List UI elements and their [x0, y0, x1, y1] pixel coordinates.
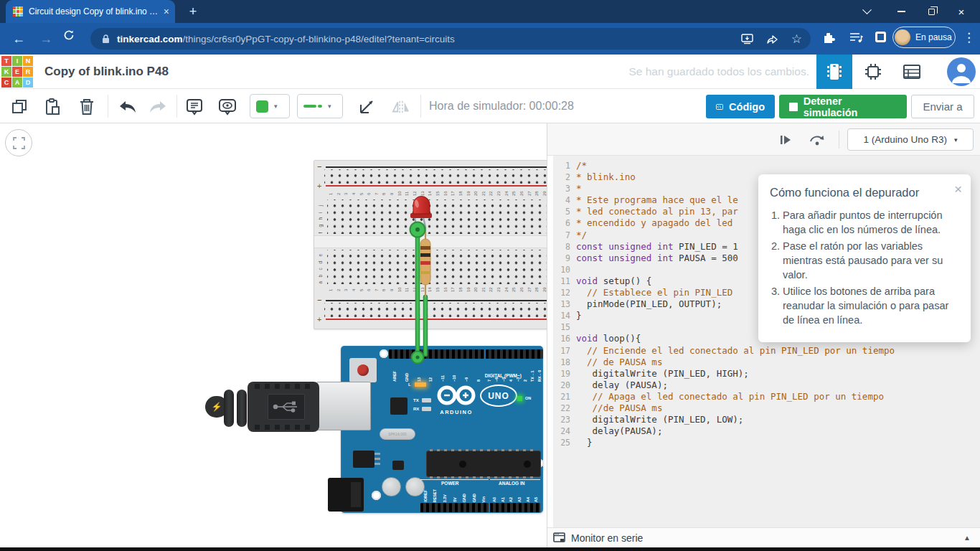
expand-serial-icon[interactable]: ▲ [963, 534, 971, 542]
wire-color-dropdown[interactable]: ▾ [297, 94, 343, 118]
board-selector-dropdown[interactable]: 1 (Arduino Uno R3) ▾ [847, 128, 974, 151]
send-button-label: Enviar a [923, 100, 962, 113]
address-bar[interactable]: tinkercad.com /things/cr6sr0yPpGT-copy-o… [90, 28, 811, 50]
line-number[interactable]: 17 [553, 345, 576, 357]
terminal-rows-bottom[interactable] [327, 250, 547, 284]
saved-status: Se han guardado todos los cambios. [628, 55, 809, 89]
back-button[interactable]: ← [9, 29, 29, 48]
document-title[interactable]: Copy of blink.ino P48 [44, 55, 169, 89]
copy-button[interactable] [10, 98, 29, 116]
terminal-rows-top[interactable] [327, 199, 547, 234]
column-number: 15 [434, 189, 442, 198]
user-avatar[interactable] [947, 57, 976, 86]
window-minimize-button[interactable] [887, 0, 915, 23]
component-color-dropdown[interactable]: ▾ [250, 94, 290, 118]
mirror-button[interactable] [392, 98, 410, 116]
rail-minus-label: − [317, 296, 321, 304]
line-number[interactable]: 6 [553, 217, 576, 229]
forward-button[interactable]: → [36, 29, 56, 48]
usb-plug[interactable] [248, 382, 319, 432]
ic-view-button[interactable] [855, 55, 891, 89]
browser-tab[interactable]: Circuit design Copy of blink.ino P48 × [6, 0, 175, 23]
digital-header-left[interactable] [389, 349, 484, 359]
components-panel-button[interactable] [816, 55, 852, 89]
pin-label: AREF [389, 360, 401, 382]
serial-monitor-bar[interactable]: Monitor en serie ▲ [547, 527, 980, 547]
window-restore-button[interactable] [917, 0, 946, 23]
line-number[interactable]: 8 [553, 241, 576, 253]
download-icon[interactable] [741, 34, 753, 44]
zoom-to-fit-button[interactable] [5, 129, 32, 156]
reset-button[interactable] [349, 358, 377, 382]
redo-button[interactable] [149, 98, 168, 116]
line-number[interactable]: 5 [553, 206, 576, 217]
column-number: 12 [411, 189, 419, 198]
power-rail-top[interactable]: − + [314, 165, 547, 187]
line-number[interactable]: 13 [553, 298, 576, 310]
toggle-visibility-button[interactable] [218, 98, 237, 116]
code-line: 18 // de PAUSA ms [553, 357, 980, 368]
tab-search-icon[interactable] [852, 0, 881, 23]
line-number[interactable]: 23 [553, 414, 576, 425]
breadboard[interactable]: − + 123456789101112131415161718192021222… [314, 160, 547, 329]
power-rail-bottom[interactable]: − + [314, 298, 547, 320]
line-number[interactable]: 1 [553, 160, 576, 171]
send-to-button[interactable]: Enviar a [911, 95, 974, 118]
voltage-regulator [353, 451, 374, 468]
line-number[interactable]: 11 [553, 276, 576, 287]
browser-menu-icon[interactable]: ⋮ [963, 30, 975, 45]
column-number: 19 [465, 189, 473, 198]
line-number[interactable]: 9 [553, 253, 576, 264]
power-header[interactable] [420, 503, 489, 512]
line-number[interactable]: 25 [553, 437, 576, 448]
tinkercad-logo[interactable]: TINKERCAD [1, 56, 33, 88]
arduino-uno-board[interactable]: AREFGND1312~11~10~98 7~6~54~32TX→1RX←0 D… [341, 346, 543, 513]
line-number[interactable]: 22 [553, 402, 576, 414]
code-button-label: Código [729, 101, 765, 113]
code-line: 20 delay (PAUSA); [553, 380, 980, 391]
list-view-button[interactable] [894, 55, 930, 89]
line-number[interactable]: 18 [553, 357, 576, 368]
line-number[interactable]: 2 [553, 171, 576, 183]
line-number[interactable]: 16 [553, 333, 576, 344]
line-number[interactable]: 21 [553, 391, 576, 402]
circuit-canvas[interactable]: − + 123456789101112131415161718192021222… [0, 123, 547, 547]
line-number[interactable]: 24 [553, 425, 576, 437]
analog-header[interactable] [490, 503, 540, 512]
line-number[interactable]: 3 [553, 183, 576, 194]
line-number[interactable]: 7 [553, 230, 576, 241]
paste-button[interactable] [43, 98, 62, 116]
line-number[interactable]: 4 [553, 194, 576, 206]
chevron-down-icon: ▾ [954, 136, 958, 143]
copy-icon [11, 99, 27, 115]
window-close-button[interactable]: × [947, 0, 976, 23]
digital-header-right[interactable] [486, 349, 543, 359]
tab-close-icon[interactable]: × [164, 6, 169, 17]
atmega-ic [426, 451, 541, 477]
share-icon[interactable] [766, 34, 778, 44]
profile-button[interactable]: En pausa [892, 27, 956, 48]
line-number[interactable]: 10 [553, 264, 576, 276]
row-letter: d [316, 257, 324, 264]
extensions-icon[interactable] [822, 32, 835, 44]
line-number[interactable]: 19 [553, 368, 576, 380]
side-panel-icon[interactable] [875, 32, 886, 42]
rotate-button[interactable] [357, 98, 376, 116]
new-tab-button[interactable]: + [184, 3, 202, 20]
undo-button[interactable] [118, 98, 136, 116]
popup-close-icon[interactable]: × [954, 182, 962, 197]
stop-simulation-button[interactable]: Detener simulación [779, 95, 907, 118]
media-playlist-icon[interactable] [849, 32, 863, 44]
reload-button[interactable] [63, 29, 83, 48]
notes-button[interactable] [185, 98, 204, 116]
resume-button[interactable] [776, 131, 796, 149]
code-button[interactable]: Código [706, 95, 775, 118]
line-number[interactable]: 12 [553, 287, 576, 298]
line-number[interactable]: 14 [553, 310, 576, 321]
delete-button[interactable] [77, 98, 96, 116]
pin-label: 4 [507, 360, 514, 382]
line-number[interactable]: 20 [553, 380, 576, 391]
line-number[interactable]: 15 [553, 321, 576, 333]
bookmark-star-icon[interactable]: ☆ [791, 32, 802, 47]
step-over-button[interactable] [807, 131, 827, 149]
